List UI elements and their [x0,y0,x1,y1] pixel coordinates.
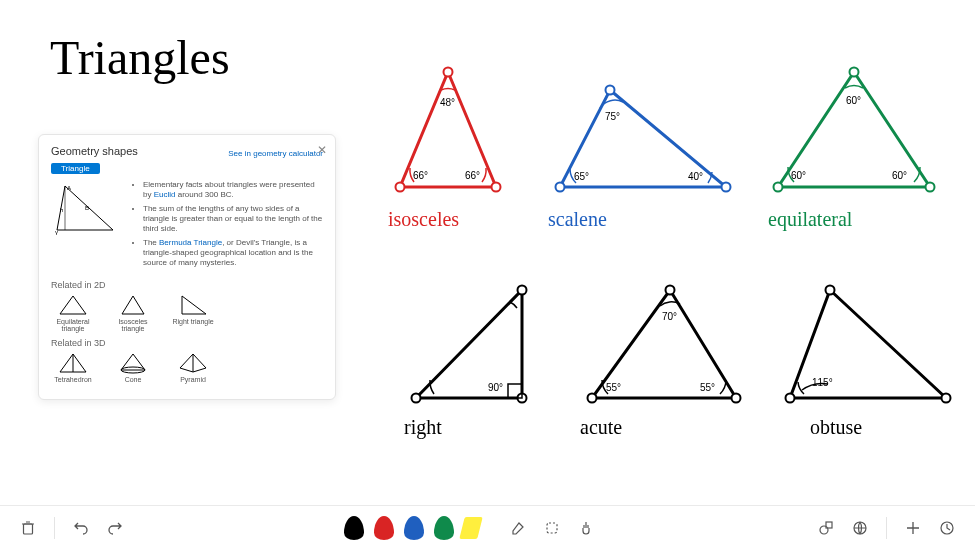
related-item[interactable]: Right triangle [171,294,215,332]
fact-item: The Bermuda Triangle, or Devil's Triangl… [143,238,323,268]
svg-text:65°: 65° [574,171,589,182]
svg-marker-8 [182,296,206,314]
redo-icon[interactable] [101,514,129,542]
svg-text:75°: 75° [605,111,620,122]
related-item[interactable]: Tetrahedron [51,352,95,383]
fact-item: The sum of the lengths of any two sides … [143,204,323,234]
pen-highlighter[interactable] [459,517,482,539]
page-title: Triangles [50,30,230,85]
pen-black[interactable] [344,516,364,540]
separator [54,517,55,539]
add-icon[interactable] [899,514,927,542]
svg-point-31 [926,183,935,192]
svg-text:γ: γ [55,229,58,235]
svg-point-43 [666,286,675,295]
card-triangle-thumb: γ A B h [51,180,121,272]
related-2d-label: Related in 2D [51,280,323,290]
related-3d-label: Related in 3D [51,338,323,348]
close-icon[interactable]: ✕ [317,143,327,157]
svg-point-39 [412,394,421,403]
triangle-equilateral: 60° 60° 60° equilateral [768,62,940,231]
undo-icon[interactable] [67,514,95,542]
svg-text:60°: 60° [791,170,806,181]
svg-point-50 [826,286,835,295]
svg-point-52 [786,394,795,403]
related-item[interactable]: Equilateral triangle [51,294,95,332]
svg-text:90°: 90° [488,382,503,393]
svg-text:55°: 55° [700,382,715,393]
svg-rect-55 [547,523,557,533]
svg-point-16 [444,68,453,77]
svg-text:B: B [85,205,89,211]
related-item[interactable]: Cone [111,352,155,383]
svg-text:60°: 60° [846,95,861,106]
related-item[interactable]: Isosceles triangle [111,294,155,332]
svg-point-44 [732,394,741,403]
svg-marker-36 [416,290,522,398]
delete-icon[interactable] [14,514,42,542]
triangle-scalene: 75° 65° 40° scalene [548,80,738,231]
separator [886,517,887,539]
facts-list: Elementary facts about triangles were pr… [129,180,323,272]
touch-icon[interactable] [572,514,600,542]
triangle-label: scalene [548,208,738,231]
triangle-label: right [404,416,544,439]
svg-point-51 [942,394,951,403]
apps-icon[interactable] [933,514,961,542]
toolbar [0,505,975,549]
svg-point-17 [492,183,501,192]
triangle-right: 90° right [404,280,544,439]
svg-point-18 [396,183,405,192]
related-2d-row: Equilateral triangle Isosceles triangle … [51,294,323,332]
svg-text:48°: 48° [440,97,455,108]
triangle-label: isosceles [388,208,508,231]
svg-point-30 [850,68,859,77]
svg-point-56 [820,526,828,534]
svg-text:115°: 115° [812,377,833,388]
related-item[interactable]: Pyramid [171,352,215,383]
triangle-obtuse: 115° obtuse [780,280,956,439]
triangle-label: obtuse [810,416,956,439]
pen-green[interactable] [434,516,454,540]
triangle-isosceles: 48° 66° 66° isosceles [388,62,508,231]
triangle-label: acute [580,416,748,439]
svg-point-23 [606,86,615,95]
svg-text:60°: 60° [892,170,907,181]
svg-marker-6 [60,296,86,314]
svg-text:40°: 40° [688,171,703,182]
svg-point-37 [518,286,527,295]
svg-point-25 [556,183,565,192]
web-icon[interactable] [846,514,874,542]
svg-text:A: A [67,185,71,191]
triangle-acute: 70° 55° 55° acute [580,280,748,439]
whiteboard-canvas[interactable]: Triangles ✕ Geometry shapes Triangle See… [0,0,975,549]
calculator-link[interactable]: See in geometry calculator [228,149,323,158]
svg-text:66°: 66° [465,170,480,181]
svg-marker-7 [122,296,144,314]
info-card: ✕ Geometry shapes Triangle See in geomet… [38,134,336,400]
pen-blue[interactable] [404,516,424,540]
eraser-icon[interactable] [504,514,532,542]
svg-point-32 [774,183,783,192]
svg-text:55°: 55° [606,382,621,393]
shapes-icon[interactable] [812,514,840,542]
svg-point-24 [722,183,731,192]
related-3d-row: Tetrahedron Cone Pyramid [51,352,323,383]
lasso-icon[interactable] [538,514,566,542]
pen-red[interactable] [374,516,394,540]
svg-text:66°: 66° [413,170,428,181]
triangle-label: equilateral [768,208,940,231]
svg-point-45 [588,394,597,403]
fact-item: Elementary facts about triangles were pr… [143,180,323,200]
topic-pill[interactable]: Triangle [51,163,100,174]
svg-text:h: h [60,207,63,213]
svg-rect-54 [24,524,33,534]
svg-text:70°: 70° [662,311,677,322]
